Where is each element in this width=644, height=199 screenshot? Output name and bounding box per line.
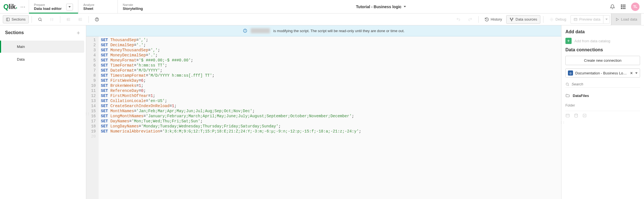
code-content[interactable]: SET ThousandSep=',';SET DecimalSep='.';S… [99,36,363,199]
history-button[interactable]: History [481,15,505,24]
insert-script-icon[interactable] [574,113,578,118]
code-editor[interactable]: 1234567891011121314151617181920 SET Thou… [86,36,561,199]
add-data-title: Add data [565,29,640,34]
tab-prepare[interactable]: Prepare Data load editor [29,0,78,13]
chevron-down-icon [404,6,406,7]
tab-label-small: Narrate [123,3,152,6]
header-right: TL [605,0,644,13]
connection-search[interactable] [565,81,640,88]
svg-line-25 [568,85,569,86]
debug-button[interactable]: Debug [546,15,569,24]
svg-point-2 [39,18,41,20]
datafiles-item[interactable]: DataFiles [565,91,640,100]
app-title: Tutorial - Business logic [356,5,402,9]
svg-point-14 [510,18,511,19]
folder-icon [565,93,570,98]
svg-point-23 [245,30,245,30]
add-from-catalog-button[interactable]: + Add from data catalog [565,38,640,44]
svg-point-28 [575,114,578,115]
chevron-down-icon[interactable] [635,72,638,74]
svg-rect-26 [566,114,569,117]
redacted-username [251,28,270,33]
folder-type-label: Folder [565,103,640,107]
connection-card[interactable]: ◎ Documentation - Business Logic ... ✕ [565,68,640,78]
svg-point-13 [97,20,97,21]
editor-toolbar: Sections History Data sources Debug [0,14,644,25]
data-sources-button[interactable]: Data sources [506,15,540,24]
search-input[interactable] [572,82,640,86]
undo-button[interactable] [453,15,464,24]
sections-panel: Sections ＋ MainData [0,25,86,199]
load-data-button[interactable]: Load data [611,14,641,25]
user-avatar[interactable]: TL [631,3,639,11]
button-label: Sections [12,17,26,21]
right-panel: ⋮⋮ Add data + Add from data catalog Data… [561,25,644,199]
chevron-down-icon [605,19,608,20]
create-connection-button[interactable]: Create new connection [565,56,640,65]
splitter-handle[interactable]: ⋮⋮ [85,112,89,115]
svg-rect-0 [6,18,10,21]
section-item[interactable]: Main [2,41,84,53]
connection-name: Documentation - Business Logic ... [575,71,628,75]
svg-rect-18 [574,18,577,20]
tab-narrate[interactable]: Narrate Storytelling [117,0,157,13]
add-section-button[interactable]: ＋ [76,29,81,36]
tab-label-big: Data load editor [34,6,62,11]
button-label: Data sources [516,17,537,21]
app-launcher-icon[interactable] [620,4,626,10]
search-button[interactable] [35,15,45,24]
global-menu-icon[interactable]: ⋯ [20,4,25,10]
plus-icon: + [565,38,572,44]
logo-area: Qlik. ⋯ [0,0,29,13]
splitter-handle[interactable]: ⋮⋮ [560,121,565,124]
datafiles-label: DataFiles [573,94,589,98]
banner-text: is modifying the script. The script will… [273,29,405,33]
section-item[interactable]: Data [2,53,84,65]
tab-label-big: Storytelling [123,6,152,11]
close-icon[interactable]: ✕ [630,71,633,75]
tab-label-small: Analyze [83,3,112,6]
svg-point-17 [551,19,552,20]
button-label: Load data [621,17,637,21]
preview-data-button[interactable]: Preview data [570,15,610,24]
data-connections-title: Data connections [565,47,640,52]
tab-label-big: Sheet [83,6,112,11]
search-icon [565,82,569,86]
sections-title: Sections [5,30,24,35]
line-gutter: 1234567891011121314151617181920 [86,36,99,199]
prepare-dropdown[interactable] [66,4,73,10]
svg-point-15 [512,18,513,19]
svg-point-16 [511,20,512,21]
comment-button[interactable] [46,15,57,24]
logo[interactable]: Qlik. [3,3,17,11]
edit-connection-icon[interactable] [582,113,587,118]
svg-line-3 [41,20,42,21]
select-data-icon[interactable] [565,113,570,118]
connection-icon: ◎ [568,70,573,76]
add-catalog-label: Add from data catalog [574,39,610,43]
indent-button[interactable] [75,15,86,24]
connection-actions [565,111,640,118]
notifications-icon[interactable] [610,4,615,10]
button-label: Preview data [579,17,600,21]
outdent-button[interactable] [63,15,74,24]
app-header: Qlik. ⋯ Prepare Data load editor Analyze… [0,0,644,14]
redo-button[interactable] [465,15,476,24]
button-label: Debug [556,17,566,21]
main-area: Sections ＋ MainData ⋮⋮ is modifying the … [0,25,644,199]
tab-analyze[interactable]: Analyze Sheet [78,0,117,13]
svg-marker-20 [616,18,619,21]
help-button[interactable] [92,15,102,24]
app-title-dropdown[interactable]: Tutorial - Business logic [157,0,605,13]
sections-toggle-button[interactable]: Sections [3,15,29,23]
chevron-down-icon [68,6,71,8]
readonly-banner: is modifying the script. The script will… [86,25,561,36]
editor-wrap: ⋮⋮ is modifying the script. The script w… [86,25,561,199]
info-icon [243,28,247,33]
svg-point-24 [566,83,568,85]
tab-label-small: Prepare [34,3,62,6]
button-label: History [491,17,502,21]
preview-data-dropdown[interactable] [603,16,610,23]
